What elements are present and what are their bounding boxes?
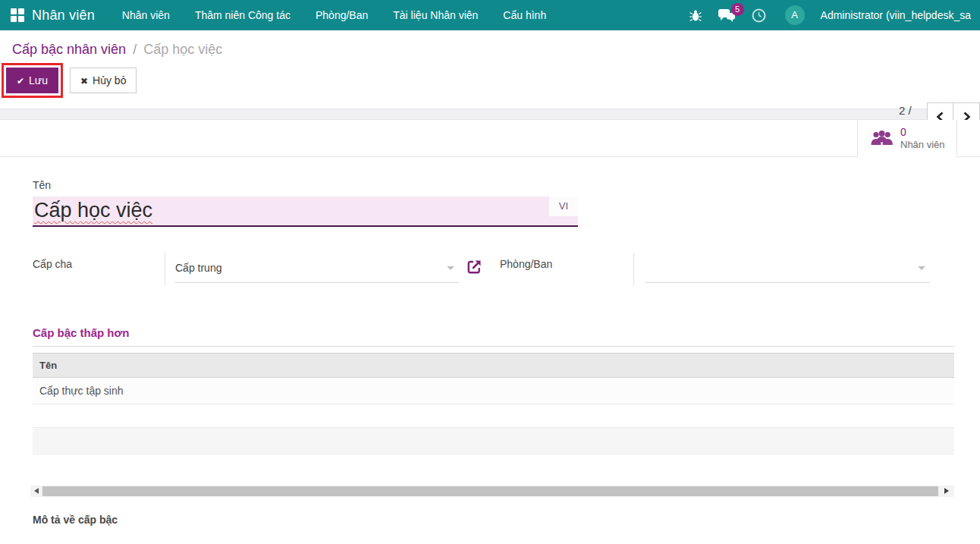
table-row[interactable]: Cấp thực tập sinh: [33, 378, 954, 404]
description-label: Mô tả về cấp bậc: [33, 514, 980, 526]
parent-level-input[interactable]: Cấp trung: [174, 254, 459, 283]
control-panel: Cấp bậc nhân viên / Cấp học việc ✔Lưu ✖H…: [0, 30, 980, 108]
check-icon: ✔: [17, 76, 24, 86]
menu-item-phong-ban[interactable]: Phòng/Ban: [316, 1, 368, 30]
user-menu[interactable]: Administrator (viin_helpdesk_sa: [821, 9, 971, 21]
breadcrumb-current: Cấp học việc: [143, 42, 222, 57]
stat-value: 0: [900, 126, 945, 140]
panel-sheet-divider: [0, 108, 980, 120]
scroll-right-arrow-icon[interactable]: [944, 488, 949, 494]
horizontal-scrollbar[interactable]: [30, 486, 954, 497]
lower-levels-table: Tên Cấp thực tập sinh: [33, 353, 954, 479]
open-record-external-link-icon[interactable]: [466, 259, 482, 286]
table-empty-row: [33, 404, 954, 428]
menu-item-nhan-vien[interactable]: Nhân viên: [122, 1, 170, 30]
dropdown-caret-icon[interactable]: [918, 266, 925, 270]
apps-grid-icon[interactable]: [11, 8, 24, 22]
department-input[interactable]: [645, 254, 930, 283]
top-navbar: Nhân viên Nhân viên Thâm niên Công tác P…: [0, 0, 980, 30]
main-menu: Nhân viên Thâm niên Công tác Phòng/Ban T…: [122, 1, 546, 30]
activities-clock-icon[interactable]: [752, 8, 766, 23]
button-box: 0 Nhân viên: [0, 120, 980, 157]
employees-stat-button[interactable]: 0 Nhân viên: [857, 120, 957, 157]
form-sheet: 0 Nhân viên Tên Cấp học việc VI Cấp cha …: [0, 120, 980, 544]
breadcrumb-parent[interactable]: Cấp bậc nhân viên: [12, 42, 126, 57]
name-field-label: Tên: [33, 179, 980, 191]
red-highlight-annotation: ✔Lưu: [2, 63, 63, 98]
dropdown-caret-icon[interactable]: [447, 266, 454, 270]
navbar-right: 5 A Administrator (viin_helpdesk_sa: [689, 5, 971, 25]
menu-item-tai-lieu[interactable]: Tài liệu Nhân viên: [393, 1, 478, 30]
table-empty-row: [33, 454, 954, 479]
form-body: Tên Cấp học việc VI Cấp cha Cấp trung: [0, 179, 980, 526]
user-avatar[interactable]: A: [785, 5, 805, 25]
table-empty-row: [33, 428, 954, 454]
save-button[interactable]: ✔Lưu: [6, 68, 58, 93]
stat-label: Nhân viên: [900, 139, 945, 151]
menu-item-cau-hinh[interactable]: Cấu hình: [503, 1, 546, 30]
parent-level-label: Cấp cha: [33, 253, 165, 286]
fields-row: Cấp cha Cấp trung Phòng/Ban: [33, 253, 980, 286]
breadcrumb: Cấp bậc nhân viên / Cấp học việc: [0, 30, 980, 58]
lower-levels-section-title: Cấp bậc thấp hơn: [33, 326, 980, 339]
debug-bug-icon[interactable]: [689, 9, 702, 22]
app-window: Nhân viên Nhân viên Thâm niên Công tác P…: [0, 0, 980, 544]
app-brand[interactable]: Nhân viên: [32, 8, 95, 24]
name-input[interactable]: Cấp học việc: [33, 197, 578, 227]
parent-level-group: Cấp cha Cấp trung: [33, 253, 482, 286]
people-group-icon: [870, 130, 894, 147]
cross-icon: ✖: [80, 76, 88, 86]
translation-language-badge[interactable]: VI: [549, 197, 578, 216]
table-header-ten[interactable]: Tên: [33, 353, 954, 378]
messages-count-badge: 5: [731, 3, 744, 16]
scroll-left-arrow-icon[interactable]: [34, 488, 39, 494]
scrollbar-thumb[interactable]: [42, 486, 938, 496]
department-label: Phòng/Ban: [500, 253, 634, 286]
menu-item-tham-nien[interactable]: Thâm niên Công tác: [195, 1, 291, 30]
messages-icon[interactable]: 5: [718, 8, 736, 23]
section-divider: [33, 346, 954, 347]
department-group: Phòng/Ban: [500, 253, 930, 286]
discard-button[interactable]: ✖Hủy bỏ: [70, 68, 137, 93]
form-buttons-row: ✔Lưu ✖Hủy bỏ: [2, 63, 980, 98]
name-field: Cấp học việc VI: [33, 197, 578, 227]
breadcrumb-separator: /: [130, 42, 140, 57]
